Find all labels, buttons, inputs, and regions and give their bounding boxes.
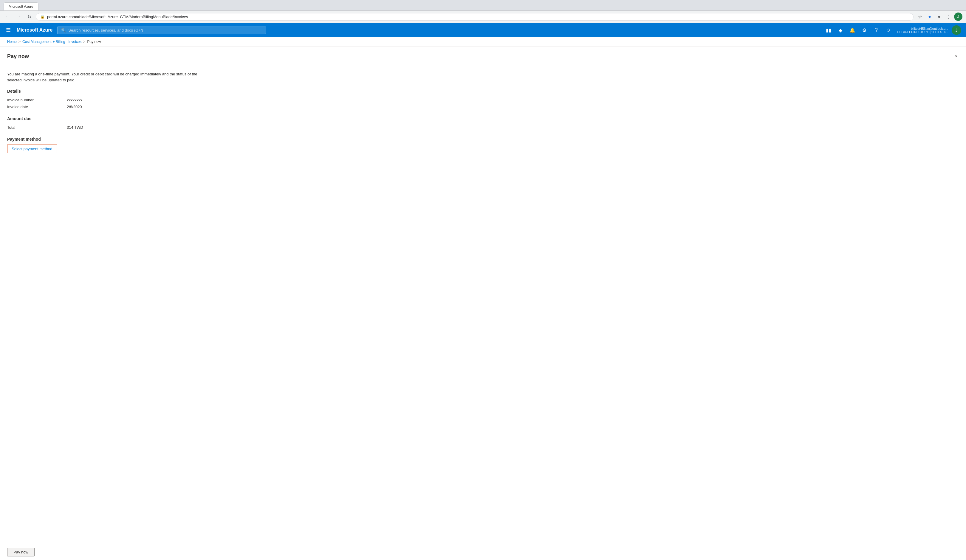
refresh-button[interactable]: ↻	[25, 13, 33, 21]
invoice-number-value: xxxxxxxx	[67, 98, 82, 102]
user-avatar[interactable]: J	[952, 25, 961, 35]
azure-topnav: ☰ Microsoft Azure 🔍 ▮▮ ◆ 🔔 ⚙ ? ☺ billtes…	[0, 23, 966, 37]
browser-chrome: Microsoft Azure	[0, 0, 966, 11]
details-heading: Details	[7, 89, 959, 94]
breadcrumb-sep-2: >	[83, 39, 85, 44]
pay-now-button[interactable]: Pay now	[7, 548, 34, 557]
azure-brand: Microsoft Azure	[17, 28, 53, 33]
search-input[interactable]	[68, 28, 262, 33]
lock-icon: 🔒	[40, 15, 45, 19]
invoice-date-row: Invoice date 2/8/2020	[7, 103, 959, 110]
cloud-shell-button[interactable]: ▮▮	[823, 25, 834, 36]
feedback-button[interactable]: ☺	[883, 25, 894, 36]
invoice-number-row: Invoice number xxxxxxxx	[7, 97, 959, 103]
azure-search-bar[interactable]: 🔍	[57, 26, 266, 34]
notifications-button[interactable]: 🔔	[847, 25, 858, 36]
breadcrumb-billing[interactable]: Cost Management + Billing - Invoices	[22, 39, 81, 44]
breadcrumb-current: Pay now	[87, 39, 101, 44]
address-bar[interactable]: 🔒 portal.azure.com/#blade/Microsoft_Azur…	[36, 13, 913, 21]
select-payment-button[interactable]: Select payment method	[7, 145, 57, 153]
search-icon: 🔍	[61, 28, 66, 33]
user-section: billtest456tw@outlook.c... DEFAULT DIREC…	[897, 27, 948, 34]
browser-profile[interactable]: J	[954, 13, 963, 21]
directory-button[interactable]: ◆	[835, 25, 846, 36]
bookmark-button[interactable]: ☆	[916, 13, 924, 21]
total-value: 314 TWD	[67, 125, 83, 130]
panel-title: Pay now	[7, 53, 29, 60]
select-payment-label: Select payment method	[12, 147, 53, 151]
settings-button[interactable]: ⚙	[859, 25, 870, 36]
azure-nav-icons: ▮▮ ◆ 🔔 ⚙ ? ☺ billtest456tw@outlook.c... …	[823, 25, 961, 36]
browser-actions: ☆ ● ● ⋮ J	[916, 13, 963, 21]
help-button[interactable]: ?	[871, 25, 882, 36]
main-content: Pay now × You are making a one-time paym…	[0, 46, 966, 547]
amount-due-table: Total 314 TWD	[7, 124, 959, 131]
invoice-date-label: Invoice date	[7, 105, 67, 109]
description-text: You are making a one-time payment. Your …	[7, 71, 198, 83]
amount-due-heading: Amount due	[7, 116, 959, 121]
breadcrumb: Home > Cost Management + Billing - Invoi…	[0, 37, 966, 46]
details-table: Invoice number xxxxxxxx Invoice date 2/8…	[7, 97, 959, 110]
bottom-bar: Pay now	[0, 544, 966, 560]
close-button[interactable]: ×	[954, 53, 959, 60]
browser-tab-bar: Microsoft Azure	[3, 2, 963, 10]
total-row: Total 314 TWD	[7, 124, 959, 131]
forward-button[interactable]: →	[14, 13, 23, 21]
browser-tab[interactable]: Microsoft Azure	[3, 2, 38, 10]
hamburger-button[interactable]: ☰	[5, 26, 12, 34]
extension-btn[interactable]: ●	[935, 13, 943, 21]
browser-menu-btn[interactable]: ●	[925, 13, 934, 21]
invoice-date-value: 2/8/2020	[67, 105, 82, 109]
user-email: billtest456tw@outlook.c...	[911, 27, 948, 30]
back-button[interactable]: ←	[3, 13, 12, 21]
invoice-number-label: Invoice number	[7, 98, 67, 102]
total-label: Total	[7, 125, 67, 130]
payment-method-heading: Payment method	[7, 137, 959, 141]
address-text: portal.azure.com/#blade/Microsoft_Azure_…	[47, 15, 909, 19]
pay-now-panel: Pay now × You are making a one-time paym…	[0, 46, 966, 159]
breadcrumb-home[interactable]: Home	[7, 39, 17, 44]
panel-header: Pay now ×	[7, 53, 959, 60]
breadcrumb-sep-1: >	[18, 39, 21, 44]
browser-settings-btn[interactable]: ⋮	[945, 13, 953, 21]
browser-toolbar: ← → ↻ 🔒 portal.azure.com/#blade/Microsof…	[0, 11, 966, 23]
user-directory: DEFAULT DIRECTORY (BILLTEST4...	[897, 30, 948, 34]
